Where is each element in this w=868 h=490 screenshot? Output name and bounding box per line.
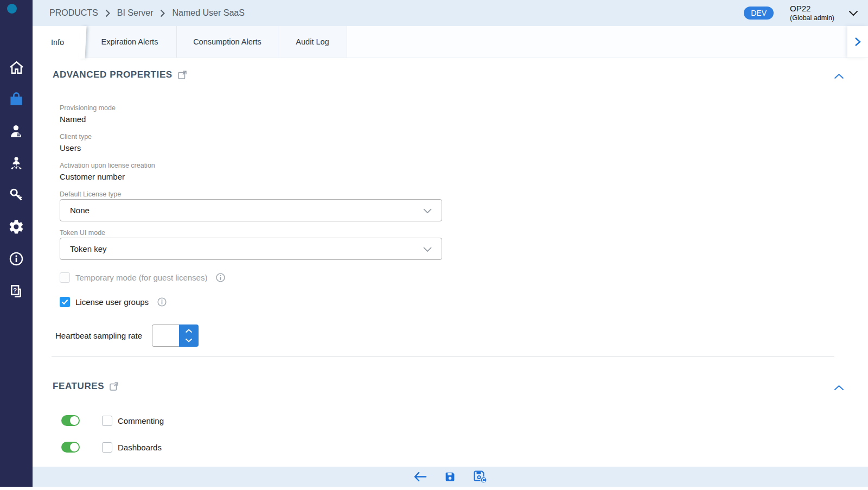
user-name: OP22 (790, 4, 834, 14)
checkbox-label: License user groups (75, 297, 149, 307)
heartbeat-input[interactable] (152, 324, 179, 347)
chevron-right-icon (160, 9, 165, 17)
selected-value: None (70, 206, 90, 215)
sidebar: ? (0, 0, 33, 487)
section-divider (52, 357, 834, 357)
save-icon (444, 471, 456, 482)
token-ui-mode-select[interactable]: Token key (60, 238, 442, 260)
home-icon (9, 60, 24, 75)
chevron-right-icon (854, 37, 861, 47)
breadcrumb: PRODUCTS BI Server Named User SaaS (49, 8, 245, 18)
back-arrow-icon (413, 472, 427, 482)
stepper-up-icon[interactable] (185, 329, 193, 333)
advanced-properties-collapse-button[interactable] (834, 72, 844, 81)
section-title: ADVANCED PROPERTIES (53, 69, 173, 80)
chevron-up-icon (834, 385, 844, 391)
advanced-properties-header: ADVANCED PROPERTIES (53, 69, 187, 80)
environment-badge: DEV (744, 7, 774, 20)
tab-bar: Info Expiration Alerts Consumption Alert… (33, 26, 868, 58)
toggle-knob (70, 443, 79, 451)
field-label: Provisioning mode (60, 104, 116, 112)
field-value: Users (60, 143, 81, 152)
save-button[interactable] (444, 471, 456, 482)
feature-row-dashboards: Dashboards (61, 442, 162, 453)
features-header: FEATURES (53, 381, 118, 392)
heartbeat-stepper[interactable] (179, 324, 199, 347)
sidebar-item-users[interactable] (0, 121, 33, 142)
app-logo[interactable] (7, 4, 17, 14)
info-tooltip-icon[interactable] (157, 297, 167, 307)
selected-value: Token key (70, 244, 107, 253)
dashboards-checkbox[interactable] (102, 442, 112, 453)
commenting-toggle[interactable] (61, 415, 80, 426)
license-user-groups-row: License user groups (60, 297, 167, 307)
stepper-down-icon[interactable] (185, 338, 193, 342)
shopping-bag-icon (8, 91, 24, 107)
save-and-reload-button[interactable] (473, 470, 487, 483)
field-value: Named (60, 114, 86, 124)
sidebar-item-home[interactable] (0, 57, 33, 78)
tab-info[interactable]: Info (33, 26, 82, 59)
heartbeat-label: Heartbeat sampling rate (55, 331, 142, 340)
key-icon (9, 187, 24, 203)
tab-expiration-alerts[interactable]: Expiration Alerts (82, 26, 176, 58)
chevron-down-icon (423, 247, 432, 252)
sidebar-item-licenses[interactable] (0, 184, 33, 205)
commenting-checkbox[interactable] (102, 416, 112, 426)
check-icon (61, 299, 68, 305)
chevron-right-icon (105, 9, 110, 17)
section-title: FEATURES (53, 381, 104, 392)
heartbeat-sampling-row: Heartbeat sampling rate (55, 324, 199, 347)
sidebar-item-products[interactable] (0, 89, 33, 110)
tab-bar-filler (347, 26, 847, 58)
feature-label: Commenting (118, 416, 164, 425)
sidebar-item-help[interactable]: ? (0, 281, 33, 302)
top-bar: PRODUCTS BI Server Named User SaaS DEV O… (33, 0, 868, 26)
sidebar-item-about[interactable] (0, 249, 33, 269)
tab-audit-log[interactable]: Audit Log (278, 26, 347, 58)
back-button[interactable] (413, 472, 427, 482)
feature-row-commenting: Commenting (61, 415, 164, 426)
default-license-type-select[interactable]: None (60, 199, 442, 221)
field-value: Customer number (60, 172, 125, 181)
checkbox-label: Temporary mode (for guest licenses) (75, 273, 207, 282)
chevron-down-icon[interactable] (848, 10, 858, 16)
sidebar-item-organizations[interactable] (0, 153, 33, 174)
user-icon (9, 124, 24, 139)
temporary-mode-row: Temporary mode (for guest licenses) (60, 272, 225, 283)
features-collapse-button[interactable] (834, 383, 844, 393)
chevron-down-icon (423, 208, 432, 213)
svg-text:?: ? (13, 287, 17, 294)
toggle-knob (70, 416, 79, 425)
gear-icon (8, 219, 24, 235)
tab-consumption-alerts[interactable]: Consumption Alerts (176, 26, 278, 58)
field-label: Client type (60, 133, 92, 141)
external-link-icon[interactable] (178, 71, 187, 79)
field-label: Token UI mode (60, 229, 105, 237)
info-icon (9, 251, 24, 266)
feature-label: Dashboards (118, 443, 162, 452)
main-content: ADVANCED PROPERTIES Provisioning mode Na… (33, 58, 868, 467)
user-menu[interactable]: OP22 (Global admin) (790, 4, 834, 22)
logo-icon (7, 4, 17, 14)
org-hierarchy-icon (9, 156, 24, 171)
temporary-mode-checkbox[interactable] (60, 272, 70, 283)
dashboards-toggle[interactable] (61, 442, 80, 453)
save-reload-icon (473, 470, 487, 483)
info-tooltip-icon[interactable] (216, 273, 225, 282)
action-bar (33, 467, 868, 487)
user-role: (Global admin) (790, 14, 834, 23)
sidebar-item-settings[interactable] (0, 217, 33, 237)
field-label: Activation upon license creation (60, 162, 155, 169)
help-docs-icon: ? (9, 284, 24, 299)
field-label: Default License type (60, 190, 121, 198)
external-link-icon[interactable] (110, 382, 118, 391)
breadcrumb-bi-server[interactable]: BI Server (117, 8, 154, 18)
chevron-up-icon (834, 73, 844, 79)
breadcrumb-products[interactable]: PRODUCTS (49, 8, 98, 18)
breadcrumb-named-user-saas: Named User SaaS (172, 8, 244, 18)
tab-scroll-right-button[interactable] (847, 26, 868, 58)
license-user-groups-checkbox[interactable] (60, 297, 70, 307)
